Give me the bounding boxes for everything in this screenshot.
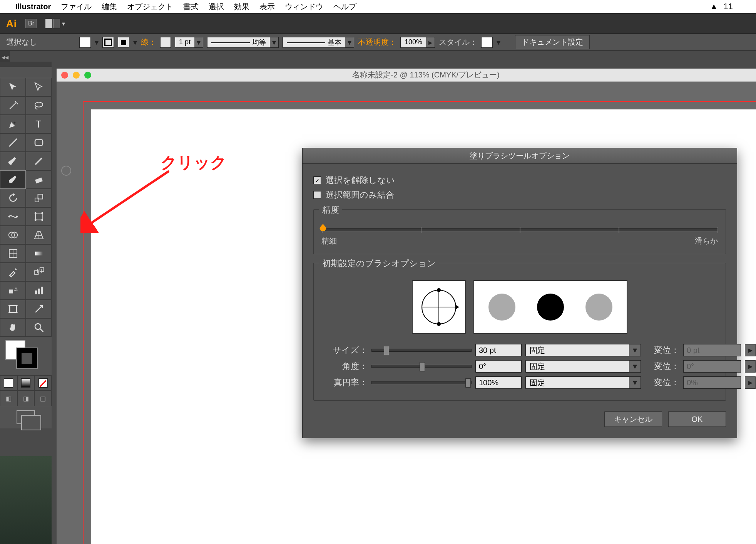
eraser-tool[interactable]	[26, 170, 52, 189]
magic-wand-tool[interactable]	[0, 96, 26, 115]
selection-tool[interactable]	[0, 78, 26, 96]
draw-behind-button[interactable]: ◨	[17, 391, 35, 406]
direct-selection-tool[interactable]	[26, 78, 52, 96]
slice-tool[interactable]	[26, 300, 52, 318]
stroke-swatch[interactable]	[102, 37, 114, 48]
draw-inside-button[interactable]: ◫	[34, 391, 52, 406]
angle-slider[interactable]	[371, 365, 472, 368]
menu-edit[interactable]: 編集	[102, 2, 117, 12]
artboard[interactable]: クリック 塗りブラシツールオプション ✓ 選択を解除しない 選択範囲のみ結合	[91, 109, 756, 544]
color-mode-button[interactable]	[0, 375, 17, 391]
scale-tool[interactable]	[26, 189, 52, 207]
precision-slider-thumb[interactable]	[319, 224, 326, 231]
width-tool[interactable]	[0, 207, 26, 226]
preview-dot-icon	[585, 294, 612, 321]
roundness-mode-dropdown[interactable]: 固定▾	[525, 376, 641, 389]
size-mode-dropdown[interactable]: 固定▾	[525, 344, 641, 356]
document-setup-button[interactable]: ドキュメント設定	[515, 35, 590, 49]
menu-file[interactable]: ファイル	[61, 2, 92, 12]
stroke-color[interactable]	[17, 348, 37, 368]
svg-rect-15	[35, 213, 42, 220]
roundness-slider[interactable]	[371, 381, 472, 384]
precision-min-label: 精細	[321, 236, 337, 246]
fill-swatch[interactable]	[79, 37, 91, 48]
mesh-tool[interactable]	[0, 244, 26, 263]
gradient-mode-button[interactable]	[17, 375, 35, 391]
blend-tool[interactable]	[26, 263, 52, 281]
opacity-dropdown[interactable]: 100%▸	[400, 37, 435, 48]
menu-window[interactable]: ウィンドウ	[285, 2, 323, 12]
svg-rect-38	[10, 306, 17, 312]
brush-angle-preview[interactable]	[412, 280, 466, 334]
rectangle-tool[interactable]	[26, 133, 52, 152]
angle-mode-dropdown[interactable]: 固定▾	[525, 360, 641, 373]
canvas[interactable]: クリック 塗りブラシツールオプション ✓ 選択を解除しない 選択範囲のみ結合	[83, 82, 756, 544]
options-bar: 選択なし ▾ ▾ 線： 1 pt▾ 均等▾ 基本▾ 不透明度： 100%▸ スタ…	[0, 34, 756, 51]
app-chrome: Ai Br ▾	[0, 13, 756, 34]
blob-brush-options-dialog: 塗りブラシツールオプション ✓ 選択を解除しない 選択範囲のみ結合 精度	[302, 148, 737, 438]
rotate-tool[interactable]	[0, 189, 26, 207]
roundness-input[interactable]: 100%	[475, 376, 522, 389]
gradient-tool[interactable]	[26, 244, 52, 263]
chevron-down-icon[interactable]: ▾	[497, 38, 500, 47]
shape-builder-tool[interactable]	[0, 226, 26, 244]
chevron-down-icon: ▾	[629, 344, 641, 356]
stroke-swatch-alt[interactable]	[118, 37, 129, 48]
eyedropper-tool[interactable]	[0, 263, 26, 281]
document-titlebar[interactable]: 名称未設定-2 @ 113% (CMYK/プレビュー)	[57, 69, 756, 82]
free-transform-tool[interactable]	[26, 207, 52, 226]
window-zoom-icon[interactable]	[84, 72, 91, 79]
line-tool[interactable]	[0, 133, 26, 152]
chevron-down-icon: ▸	[426, 37, 435, 47]
stroke-weight-dropdown[interactable]: 1 pt▾	[175, 37, 203, 48]
toolbox-grabber[interactable]	[0, 62, 52, 67]
roundness-variation-input: 0%	[683, 376, 741, 389]
blob-brush-tool[interactable]	[0, 170, 26, 189]
size-input[interactable]: 30 pt	[475, 344, 522, 356]
pen-tool[interactable]	[0, 115, 26, 133]
screen-mode-button[interactable]	[0, 406, 52, 428]
adobe-a-icon[interactable]: ▲	[710, 2, 718, 12]
lasso-tool[interactable]	[26, 96, 52, 115]
none-mode-button[interactable]	[34, 375, 52, 391]
menu-view[interactable]: 表示	[259, 2, 275, 12]
svg-point-33	[16, 289, 17, 290]
zoom-tool[interactable]	[26, 318, 52, 337]
pencil-tool[interactable]	[26, 152, 52, 170]
app-name[interactable]: Illustrator	[15, 2, 51, 11]
merge-only-checkbox[interactable]	[313, 191, 321, 199]
bridge-button[interactable]: Br	[25, 19, 37, 28]
menu-effect[interactable]: 効果	[234, 2, 249, 12]
chevron-down-icon[interactable]: ▾	[95, 38, 99, 47]
cancel-button[interactable]: キャンセル	[604, 411, 662, 427]
precision-slider[interactable]	[321, 228, 718, 231]
stroke-dash-dropdown[interactable]: 均等▾	[207, 37, 279, 48]
fill-stroke-control[interactable]	[0, 337, 52, 375]
artboard-tool[interactable]	[0, 300, 26, 318]
ok-button[interactable]: OK	[668, 411, 726, 427]
column-graph-tool[interactable]	[26, 281, 52, 300]
workspace-layout-button[interactable]: ▾	[45, 19, 65, 28]
type-tool[interactable]: T	[26, 115, 52, 133]
paintbrush-tool[interactable]	[0, 152, 26, 170]
keep-selected-checkbox[interactable]: ✓	[313, 176, 321, 184]
menu-help[interactable]: ヘルプ	[333, 2, 356, 12]
stroke-profile-dropdown[interactable]: 基本▾	[283, 37, 354, 48]
size-slider[interactable]	[371, 349, 472, 352]
window-minimize-icon[interactable]	[73, 72, 80, 79]
chevron-down-icon: ▾	[194, 37, 203, 47]
draw-normal-button[interactable]: ◧	[0, 391, 17, 406]
stroke-weight-stepper[interactable]	[160, 37, 171, 48]
perspective-grid-tool[interactable]	[26, 226, 52, 244]
menu-select[interactable]: 選択	[209, 2, 224, 12]
style-swatch[interactable]	[481, 37, 493, 48]
window-close-icon[interactable]	[61, 72, 68, 79]
menu-object[interactable]: オブジェクト	[127, 2, 173, 12]
svg-point-16	[34, 212, 36, 214]
angle-input[interactable]: 0°	[475, 360, 522, 373]
menu-type[interactable]: 書式	[183, 2, 199, 12]
svg-rect-29	[37, 269, 41, 273]
chevron-down-icon[interactable]: ▾	[133, 38, 137, 47]
hand-tool[interactable]	[0, 318, 26, 337]
symbol-sprayer-tool[interactable]	[0, 281, 26, 300]
